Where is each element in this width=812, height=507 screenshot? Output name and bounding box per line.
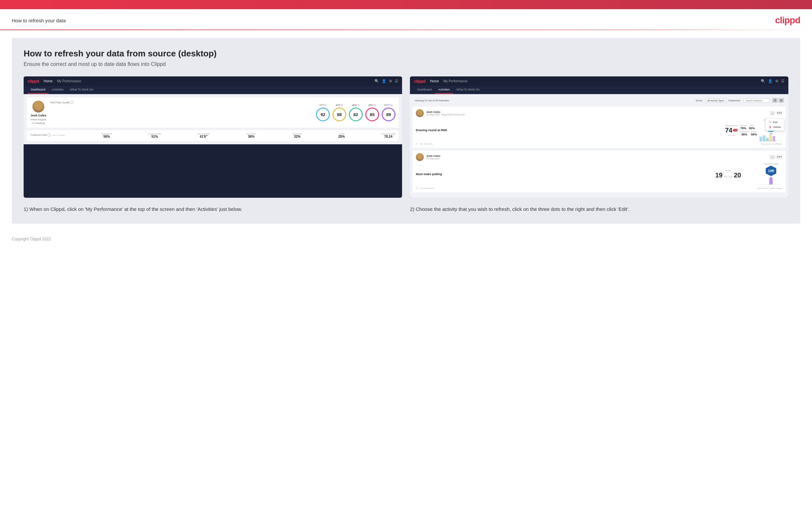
ss1-stat-fw: Fairways Hit 56% <box>101 133 112 138</box>
ss1-stat-scoring: Scoring Average 78.24 <box>381 133 396 138</box>
ss2-filter-row: Viewing 24 out of 35 Activities Show: Al… <box>413 97 786 104</box>
share-icon-btn[interactable]: ⬜ <box>769 111 775 115</box>
ss1-left: Josh Coles United Kingdom 1.5 Handicap <box>30 101 47 124</box>
ss1-stats-row: Traditional Stats i Last 20 rounds Fairw… <box>27 130 399 141</box>
activity-2-header: Josh Coles 29 May 2022 ⬜ ••• <box>416 153 782 161</box>
ss2-tab-dashboard[interactable]: Dashboard <box>414 86 435 94</box>
activity-1-score: Round Score 74 +3 18 Holes <box>725 125 738 136</box>
ss1-stat-prox: App. Proximity 41'6" <box>197 133 210 138</box>
activity-2-info: Josh Coles 29 May 2022 <box>426 155 441 160</box>
holes-label: 18 Holes <box>727 134 735 136</box>
ss1-tab-activities[interactable]: Activities <box>49 86 67 94</box>
header-divider <box>0 30 812 30</box>
activity-card-2: Josh Coles 29 May 2022 ⬜ ••• Must make p… <box>413 151 786 192</box>
grid-view-icon[interactable]: ⊞ <box>778 98 784 103</box>
header-title: How to refresh your data <box>12 18 66 23</box>
ss2-activity-type-select[interactable]: All Activity Types <box>706 98 726 103</box>
svg-text:ARG: ARG <box>769 140 772 142</box>
ss2-body: Viewing 24 out of 35 Activities Show: Al… <box>410 94 789 198</box>
activity-1-avatar <box>416 109 424 117</box>
ss2-nav-performance[interactable]: My Performance <box>444 79 467 83</box>
desc-right: 2) Choose the activity that you wish to … <box>410 206 789 213</box>
ss1-nav: clippd Home My Performance 🔍 👤 ⚙ ☰ <box>23 76 402 86</box>
ss1-nav-home[interactable]: Home <box>44 79 53 83</box>
settings-icon-2[interactable]: ⚙ <box>775 79 778 83</box>
activity-2-footer: ⓘ Test Information Data Source: Clippd C… <box>416 186 782 190</box>
activity-2-avg-shot: Avg Shot Quality 109 109 PUTT <box>759 163 782 185</box>
svg-text:109: 109 <box>770 133 773 135</box>
ss1-stat-1putt: 1 Putt 25% <box>338 133 345 138</box>
search-icon[interactable]: 🔍 <box>374 79 379 83</box>
ss2-show-label: Show: <box>696 99 703 102</box>
activity-2-score: Score 19 OUT OF 20 <box>715 170 741 179</box>
ss1-avatar-img <box>33 101 44 112</box>
ss2-viewing-label: Viewing 24 out of 35 Activities <box>414 99 449 102</box>
trad-info-icon: i <box>47 133 51 137</box>
ss2-search-input[interactable] <box>744 98 770 103</box>
search-icon-2[interactable]: 🔍 <box>761 79 765 83</box>
ss1-tabs: Dashboard Activities What To Work On <box>23 86 402 94</box>
activity-2-date: 29 May 2022 <box>426 157 441 160</box>
activity-1-info: Josh Coles 31 May 2022 · Royal North Dev… <box>426 111 465 116</box>
desc-left: 1) When on Clippd, click on 'My Performa… <box>23 206 402 213</box>
page-subheading: Ensure the correct and most up to date d… <box>23 61 789 67</box>
ss1-stat-sand: Sand Save 32% <box>293 133 302 138</box>
settings-icon[interactable]: ⚙ <box>389 79 392 83</box>
screenshots-row: clippd Home My Performance 🔍 👤 ⚙ ☰ Dashb… <box>23 76 789 198</box>
ss2-nav-icons: 🔍 👤 ⚙ ☰ <box>761 79 784 83</box>
ss1-circle-ott: OTT ✏ 92 <box>316 104 330 121</box>
user-icon[interactable]: 👤 <box>382 79 386 83</box>
menu-icon[interactable]: ☰ <box>395 79 398 83</box>
ss2-filter-right: Show: All Activity Types Keywords: ☰ ⊞ <box>696 98 784 103</box>
three-dots-btn-2[interactable]: ••• <box>776 155 782 159</box>
ss1-total-quality: Total Player Quality i <box>50 101 396 104</box>
share-icon-btn-2[interactable]: ⬜ <box>769 155 775 159</box>
page-heading: How to refresh your data from source (de… <box>23 49 789 59</box>
activity-2-body: Must make putting Score 19 OUT OF 20 Avg… <box>416 163 782 185</box>
ss1-nav-icons: 🔍 👤 ⚙ ☰ <box>374 79 398 83</box>
edit-icon: ✏ <box>769 121 771 124</box>
mini-bar-chart-1: 109 OTT APP ARG PUTT <box>759 132 782 142</box>
ss1-body: Josh Coles United Kingdom 1.5 Handicap T… <box>23 94 402 144</box>
info-icon-footer: ⓘ <box>416 186 418 190</box>
ss1-circle-putt: PUTT ✏ 89 <box>382 104 396 121</box>
main-content: How to refresh your data from source (de… <box>12 38 800 224</box>
ss1-nav-performance[interactable]: My Performance <box>57 79 81 83</box>
ss2-logo: clippd <box>414 79 425 83</box>
ss1-circles-row: OTT ✏ 92 APP ✏ 98 ARG ✏ 82 <box>50 104 396 121</box>
list-view-icon[interactable]: ☰ <box>772 98 777 103</box>
mini-bar-chart-2: 109 PUTT <box>759 176 782 185</box>
copyright: Copyright Clippd 2022 <box>12 237 51 241</box>
ss1-circle-app: APP ✏ 98 <box>333 104 346 121</box>
ss1-circles-wrap: Total Player Quality i OTT ✏ 92 APP ✏ 98 <box>50 101 396 121</box>
ss2-tab-activities[interactable]: Activities <box>435 86 453 94</box>
ss1-circle-arg2: ARG ✏ 85 <box>365 104 379 121</box>
activity-1-body: Evening round at RND Round Score 74 +3 1… <box>416 119 782 142</box>
svg-text:PUTT: PUTT <box>773 140 777 142</box>
activity-card-1: Josh Coles 31 May 2022 · Royal North Dev… <box>413 107 786 148</box>
ss2-nav-home[interactable]: Home <box>430 79 439 83</box>
user-icon-2[interactable]: 👤 <box>768 79 773 83</box>
ss1-player-name: Josh Coles <box>31 114 46 117</box>
delete-menu-item[interactable]: 🗑 Delete <box>766 125 784 129</box>
edit-delete-menu: ✏ Edit 🗑 Delete <box>765 118 784 131</box>
edit-menu-item[interactable]: ✏ Edit <box>766 120 784 125</box>
logo: clippd <box>775 15 800 25</box>
menu-icon-2[interactable]: ☰ <box>781 79 784 83</box>
top-bar <box>0 0 812 9</box>
screenshot-1: clippd Home My Performance 🔍 👤 ⚙ ☰ Dashb… <box>23 76 402 198</box>
activity-1-title: Evening round at RND <box>416 128 722 132</box>
three-dots-btn-1[interactable]: ••• <box>776 111 782 115</box>
ss1-stat-updown: Up & Down 36% <box>246 133 256 138</box>
ss1-tab-dashboard[interactable]: Dashboard <box>28 86 49 94</box>
info-icon: i <box>70 101 73 104</box>
descriptions-row: 1) When on Clippd, click on 'My Performa… <box>23 206 789 213</box>
ss1-player-handicap: 1.5 Handicap <box>32 122 45 124</box>
ss1-tab-work-on[interactable]: What To Work On <box>67 86 97 94</box>
svg-text:OTT: OTT <box>759 140 762 142</box>
ss2-tab-work-on[interactable]: What To Work On <box>453 86 483 94</box>
ss1-player-country: United Kingdom <box>30 118 47 121</box>
ss2-keyword-label: Keywords: <box>729 99 741 102</box>
activity-2-player: Josh Coles <box>426 155 441 157</box>
ss1-circle-arg: ARG ✏ 82 <box>349 104 363 121</box>
